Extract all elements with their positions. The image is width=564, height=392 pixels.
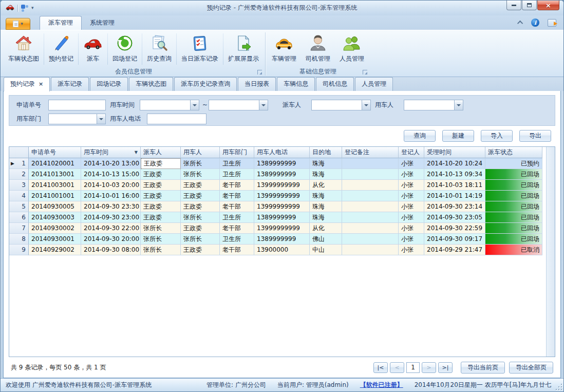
cell[interactable]: 20141003001 (29, 180, 81, 191)
row-indicator[interactable]: 4 (9, 191, 29, 201)
row-indicator[interactable]: 2 (9, 169, 29, 180)
cell[interactable]: 从化 (310, 223, 342, 234)
today-dispatch-records-button[interactable]: 当日派车记录 (177, 31, 223, 67)
cell[interactable] (342, 212, 399, 223)
dispatch-button[interactable]: 派车 (79, 31, 107, 67)
cell[interactable]: 2014-10-03 18:11 (424, 180, 485, 191)
combo-dropdown-button[interactable] (362, 100, 370, 110)
cell[interactable]: 珠海 (310, 158, 342, 169)
cell[interactable]: 2014-09-30 23:05 (424, 212, 485, 223)
cell[interactable]: 2014-10-20 10:24 (424, 158, 485, 169)
cell[interactable]: 1389999999 (254, 212, 310, 223)
status-cell[interactable]: 已回场 (485, 223, 542, 234)
logoff-icon[interactable] (548, 19, 556, 27)
cell[interactable]: 小张 (399, 169, 424, 180)
export-current-page-button[interactable]: 导出当前页 (461, 362, 505, 374)
cell[interactable]: 13900000 (254, 245, 310, 255)
column-header[interactable]: 派车人 (141, 147, 181, 158)
cell[interactable]: 老干部 (220, 180, 254, 191)
cell[interactable]: 20141001001 (29, 191, 81, 201)
cell[interactable]: 张所长 (141, 223, 181, 234)
combo-dropdown-button[interactable] (259, 100, 268, 110)
cell[interactable]: 王政委 (181, 201, 220, 212)
cell[interactable]: 1389999999 (254, 234, 310, 245)
table-row[interactable]: 9201409290022014-09-30 08:00张所长王政委老干部139… (9, 245, 546, 255)
layout-grid-icon[interactable] (21, 5, 28, 12)
cell[interactable]: 2014-09-30 09:17 (424, 234, 485, 245)
cell[interactable] (342, 234, 399, 245)
request-no-input[interactable] (48, 100, 106, 110)
history-query-button[interactable]: 历史查询 (142, 31, 176, 67)
cell[interactable]: 珠海 (310, 212, 342, 223)
status-cell[interactable]: 已预约 (485, 158, 542, 169)
cell[interactable]: 20140930001 (29, 234, 81, 245)
use-time-to-combo[interactable] (209, 100, 268, 110)
cell[interactable]: 2014-09-30 22:59 (424, 223, 485, 234)
use-time-from-combo[interactable] (140, 100, 199, 110)
dispatcher-combo[interactable] (311, 100, 371, 110)
cell[interactable]: 20140930002 (29, 223, 81, 234)
cell[interactable]: 20140930003 (29, 212, 81, 223)
license-link[interactable]: 【软件已注册】 (360, 381, 403, 389)
cell[interactable]: 从化 (310, 180, 342, 191)
cell[interactable]: 2014-09-30 23:14 (424, 201, 485, 212)
cell[interactable]: 小张 (399, 212, 424, 223)
cell[interactable]: 2014-09-30 20:00 (81, 234, 141, 245)
ribbon-tab-dispatch[interactable]: 派车管理 (40, 16, 82, 30)
cell[interactable]: 小张 (399, 234, 424, 245)
cell[interactable]: 2014-10-03 20:00 (81, 180, 141, 191)
cell[interactable]: 老干部 (220, 245, 254, 255)
row-indicator[interactable]: 7 (9, 223, 29, 234)
table-row[interactable]: 2201410130012014-10-13 15:00王政委张所长卫生所138… (9, 169, 546, 180)
doc-tab-history-query[interactable]: 派车历史记录查询 (174, 77, 237, 91)
cell[interactable]: 20141020001 (29, 158, 81, 169)
cell[interactable]: 1389999999 (254, 169, 310, 180)
chevron-down-icon[interactable]: ▾ (31, 6, 34, 10)
doc-tab-reservation-records[interactable]: 预约记录 × (4, 77, 50, 91)
column-header[interactable]: 登记人 (399, 147, 424, 158)
cell[interactable]: 王政委 (181, 245, 220, 255)
cell[interactable]: 1389999999 (254, 158, 310, 169)
cell[interactable]: 张所长 (141, 234, 181, 245)
cell[interactable]: 王政委 (141, 212, 181, 223)
doc-tab-daily-report[interactable]: 当日报表 (238, 77, 276, 91)
cell[interactable]: 小张 (399, 158, 424, 169)
car-user-combo[interactable] (404, 100, 463, 110)
row-indicator[interactable]: 3 (9, 180, 29, 191)
combo-dropdown-button[interactable] (190, 100, 199, 110)
cell[interactable]: 2014-09-29 21:47 (424, 245, 485, 255)
personnel-management-button[interactable]: 人员管理 (335, 31, 369, 67)
cell[interactable]: 20141013001 (29, 169, 81, 180)
return-register-button[interactable]: 回场登记 (108, 31, 142, 67)
cell[interactable]: 珠海 (310, 191, 342, 201)
new-button[interactable]: 新建 (442, 130, 474, 142)
cell[interactable]: 王政委 (141, 169, 181, 180)
cell[interactable]: 2014-09-30 08:00 (81, 245, 141, 255)
column-header[interactable]: 用车人 (181, 147, 220, 158)
table-row[interactable]: 3201410030012014-10-03 20:00王政委王政委老干部139… (9, 180, 546, 191)
combo-dropdown-button[interactable] (97, 114, 105, 124)
cell[interactable] (342, 245, 399, 255)
table-row[interactable]: 5201409300052014-09-30 23:30王政委王政委老干部139… (9, 201, 546, 212)
import-button[interactable]: 导入 (481, 130, 513, 142)
cell[interactable]: 王政委 (141, 201, 181, 212)
combo-dropdown-button[interactable] (454, 100, 463, 110)
cell[interactable]: 2014-10-01 16:00 (81, 191, 141, 201)
vertical-scrollbar[interactable] (546, 147, 555, 357)
cell[interactable]: 2014-09-30 23:00 (81, 212, 141, 223)
dialog-launcher-icon[interactable] (363, 70, 367, 74)
minimize-button[interactable] (506, 1, 521, 10)
table-row[interactable]: 8201409300012014-09-30 20:00张所长张所长卫生所138… (9, 234, 546, 245)
reservation-register-button[interactable]: 预约登记 (44, 31, 78, 67)
row-indicator[interactable]: 8 (9, 234, 29, 245)
cell[interactable]: 张所长 (181, 169, 220, 180)
cell[interactable]: 卫生所 (220, 169, 254, 180)
cell[interactable]: 13999999999 (254, 191, 310, 201)
maximize-button[interactable] (522, 1, 537, 10)
last-page-button[interactable]: >| (438, 362, 453, 373)
doc-tab-return-records[interactable]: 回场记录 (90, 77, 128, 91)
phone-input[interactable] (147, 114, 206, 124)
cell[interactable]: 2014-10-13 15:00 (81, 169, 141, 180)
cell[interactable]: 2014-10-13 09:34 (424, 169, 485, 180)
cell[interactable]: 2014-10-20 13:00 (81, 158, 141, 169)
